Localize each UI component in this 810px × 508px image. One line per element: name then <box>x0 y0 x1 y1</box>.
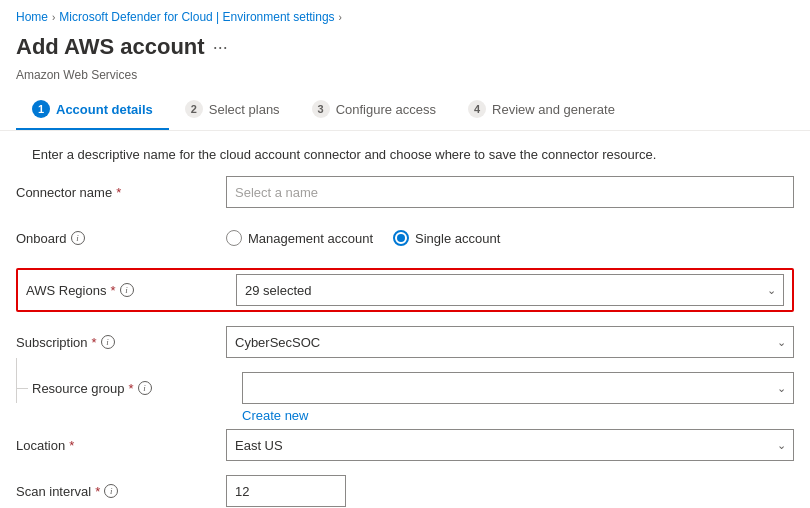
tab-label-3: Configure access <box>336 102 436 117</box>
resource-group-label: Resource group * i <box>32 381 242 396</box>
aws-regions-label: AWS Regions * i <box>26 283 236 298</box>
radio-single-circle <box>393 230 409 246</box>
tab-account-details[interactable]: 1 Account details <box>16 92 169 130</box>
resource-group-info-icon[interactable]: i <box>138 381 152 395</box>
scan-interval-control <box>226 475 794 507</box>
subscription-label: Subscription * i <box>16 335 226 350</box>
radio-single-account[interactable]: Single account <box>393 230 500 246</box>
radio-single-dot <box>397 234 405 242</box>
subscription-row: Subscription * i CyberSecSOC ⌄ <box>16 326 794 358</box>
location-select[interactable]: East US <box>226 429 794 461</box>
aws-regions-highlighted: AWS Regions * i 29 selected ⌄ <box>16 268 794 312</box>
form-body: Enter a descriptive name for the cloud a… <box>0 147 810 508</box>
scan-interval-input[interactable] <box>226 475 346 507</box>
aws-regions-required: * <box>110 283 115 298</box>
connector-name-control <box>226 176 794 208</box>
location-control: East US ⌄ <box>226 429 794 461</box>
onboard-row: Onboard i Management account Single acco… <box>16 222 794 254</box>
breadcrumb-sep2: › <box>339 12 342 23</box>
tab-label-1: Account details <box>56 102 153 117</box>
breadcrumb-sep1: › <box>52 12 55 23</box>
location-label: Location * <box>16 438 226 453</box>
resource-group-row: Resource group * i ⌄ <box>32 372 794 404</box>
form-description: Enter a descriptive name for the cloud a… <box>16 147 794 176</box>
tab-review-generate[interactable]: 4 Review and generate <box>452 92 631 130</box>
aws-regions-row: AWS Regions * i 29 selected ⌄ <box>26 274 784 306</box>
radio-single-label: Single account <box>415 231 500 246</box>
onboard-label: Onboard i <box>16 231 226 246</box>
subscription-required: * <box>92 335 97 350</box>
resource-group-section: Resource group * i ⌄ Create new <box>16 372 794 423</box>
onboard-radio-group: Management account Single account <box>226 230 794 246</box>
onboard-control: Management account Single account <box>226 230 794 246</box>
resource-group-control: ⌄ <box>242 372 794 404</box>
breadcrumb: Home › Microsoft Defender for Cloud | En… <box>0 0 810 30</box>
radio-management-label: Management account <box>248 231 373 246</box>
aws-regions-select-wrapper: 29 selected ⌄ <box>236 274 784 306</box>
tab-number-1: 1 <box>32 100 50 118</box>
connector-name-label: Connector name * <box>16 185 226 200</box>
connector-name-row: Connector name * <box>16 176 794 208</box>
tab-number-3: 3 <box>312 100 330 118</box>
subscription-control: CyberSecSOC ⌄ <box>226 326 794 358</box>
connector-name-input[interactable] <box>226 176 794 208</box>
more-options-icon[interactable]: ··· <box>213 37 228 58</box>
tab-number-4: 4 <box>468 100 486 118</box>
create-new-section: Create new <box>242 406 794 423</box>
resource-group-select[interactable] <box>242 372 794 404</box>
radio-management-circle <box>226 230 242 246</box>
resource-group-required: * <box>129 381 134 396</box>
scan-interval-label: Scan interval * i <box>16 484 226 499</box>
scan-interval-info-icon[interactable]: i <box>104 484 118 498</box>
tab-number-2: 2 <box>185 100 203 118</box>
page-title: Add AWS account <box>16 34 205 60</box>
create-new-link[interactable]: Create new <box>242 408 308 423</box>
onboard-info-icon[interactable]: i <box>71 231 85 245</box>
scan-interval-required: * <box>95 484 100 499</box>
tab-configure-access[interactable]: 3 Configure access <box>296 92 452 130</box>
tab-label-2: Select plans <box>209 102 280 117</box>
tab-select-plans[interactable]: 2 Select plans <box>169 92 296 130</box>
subscription-select[interactable]: CyberSecSOC <box>226 326 794 358</box>
location-select-wrapper: East US ⌄ <box>226 429 794 461</box>
location-row: Location * East US ⌄ <box>16 429 794 461</box>
page-subtitle: Amazon Web Services <box>0 68 810 92</box>
scan-interval-row: Scan interval * i <box>16 475 794 507</box>
page-header: Add AWS account ··· <box>0 30 810 68</box>
breadcrumb-home[interactable]: Home <box>16 10 48 24</box>
breadcrumb-defender[interactable]: Microsoft Defender for Cloud | Environme… <box>59 10 334 24</box>
connector-name-required: * <box>116 185 121 200</box>
resource-group-vertical-line <box>16 358 17 403</box>
resource-group-horizontal-line <box>16 388 28 389</box>
radio-management-account[interactable]: Management account <box>226 230 373 246</box>
subscription-info-icon[interactable]: i <box>101 335 115 349</box>
aws-regions-info-icon[interactable]: i <box>120 283 134 297</box>
wizard-tabs: 1 Account details 2 Select plans 3 Confi… <box>0 92 810 131</box>
tab-label-4: Review and generate <box>492 102 615 117</box>
aws-regions-select[interactable]: 29 selected <box>236 274 784 306</box>
subscription-select-wrapper: CyberSecSOC ⌄ <box>226 326 794 358</box>
resource-group-select-wrapper: ⌄ <box>242 372 794 404</box>
location-required: * <box>69 438 74 453</box>
aws-regions-control: 29 selected ⌄ <box>236 274 784 306</box>
